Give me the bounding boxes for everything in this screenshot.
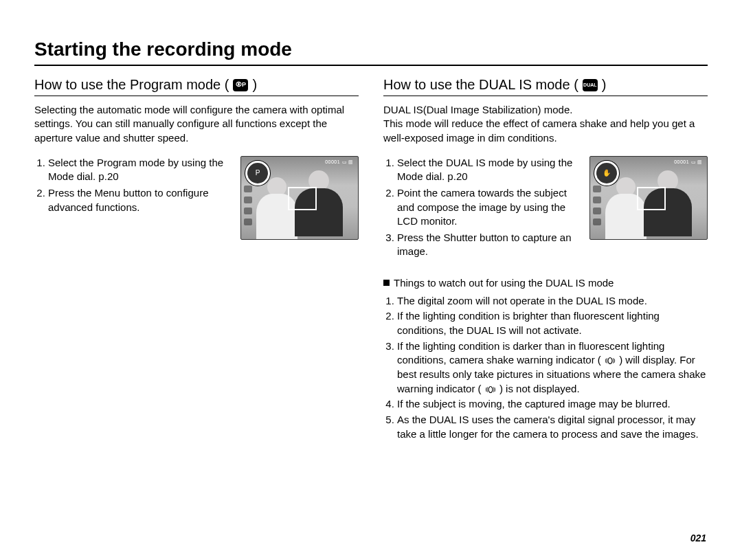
mode-dial-icon: ✋ — [594, 161, 619, 186]
lcd-side-icons — [244, 186, 252, 225]
left-steps: Select the Program mode by using the Mod… — [34, 156, 234, 217]
list-item: Select the DUAL IS mode by using the Mod… — [397, 156, 583, 184]
lcd-status-text: 00001 ▭ ▥ — [674, 159, 703, 165]
watch-subheading: Things to watch out for using the DUAL I… — [383, 277, 708, 289]
text: ) is not displayed. — [499, 383, 580, 394]
lcd-status-text: 00001 ▭ ▥ — [325, 159, 354, 165]
right-title-suffix: ) — [602, 77, 607, 93]
right-section-title: How to use the DUAL IS mode ( DUAL ) — [383, 77, 708, 96]
list-item: If the lighting condition is darker than… — [397, 339, 708, 396]
focus-frame-icon — [637, 187, 666, 210]
camera-shake-icon — [484, 385, 497, 394]
left-step-block: Select the Program mode by using the Mod… — [34, 156, 359, 240]
right-step-block: Select the DUAL IS mode by using the Mod… — [383, 156, 708, 262]
program-mode-icon: ⦿P — [233, 79, 248, 91]
left-title-prefix: How to use the Program mode ( — [34, 77, 229, 93]
right-title-prefix: How to use the DUAL IS mode ( — [383, 77, 578, 93]
focus-frame-icon — [288, 187, 317, 210]
left-column: How to use the Program mode ( ⦿P ) Selec… — [34, 77, 359, 443]
list-item: Point the camera towards the subject and… — [397, 186, 583, 228]
lcd-preview-program: P 00001 ▭ ▥ — [240, 156, 359, 240]
left-section-title: How to use the Program mode ( ⦿P ) — [34, 77, 359, 96]
right-column: How to use the DUAL IS mode ( DUAL ) DUA… — [383, 77, 708, 443]
list-item: If the subject is moving, the captured i… — [397, 397, 708, 412]
right-steps: Select the DUAL IS mode by using the Mod… — [383, 156, 583, 262]
watch-subheading-text: Things to watch out for using the DUAL I… — [394, 277, 614, 289]
list-item: Press the Shutter button to capture an i… — [397, 231, 583, 259]
right-intro: DUAL IS(Dual Image Stabilization) mode. … — [383, 103, 708, 145]
list-item: Press the Menu button to configure advan… — [48, 186, 234, 214]
camera-shake-icon — [604, 356, 616, 366]
square-bullet-icon — [383, 280, 390, 286]
left-title-suffix: ) — [252, 77, 257, 93]
left-intro: Selecting the automatic mode will config… — [34, 103, 359, 145]
list-item: As the DUAL IS uses the camera's digital… — [397, 413, 708, 441]
list-item: The digital zoom will not operate in the… — [397, 294, 708, 309]
left-step-list: Select the Program mode by using the Mod… — [34, 156, 234, 214]
list-item: Select the Program mode by using the Mod… — [48, 156, 234, 184]
dual-is-mode-icon: DUAL — [583, 79, 598, 91]
content-columns: How to use the Program mode ( ⦿P ) Selec… — [34, 77, 708, 443]
mode-dial-icon: P — [245, 161, 270, 186]
lcd-preview-dual-is: ✋ 00001 ▭ ▥ — [589, 156, 708, 240]
watch-list: The digital zoom will not operate in the… — [383, 294, 708, 442]
manual-page: Starting the recording mode How to use t… — [0, 0, 742, 560]
page-number: 021 — [690, 533, 706, 544]
page-title: Starting the recording mode — [34, 38, 708, 66]
lcd-side-icons — [593, 186, 601, 225]
list-item: If the lighting condition is brighter th… — [397, 309, 708, 337]
right-step-list: Select the DUAL IS mode by using the Mod… — [383, 156, 583, 259]
